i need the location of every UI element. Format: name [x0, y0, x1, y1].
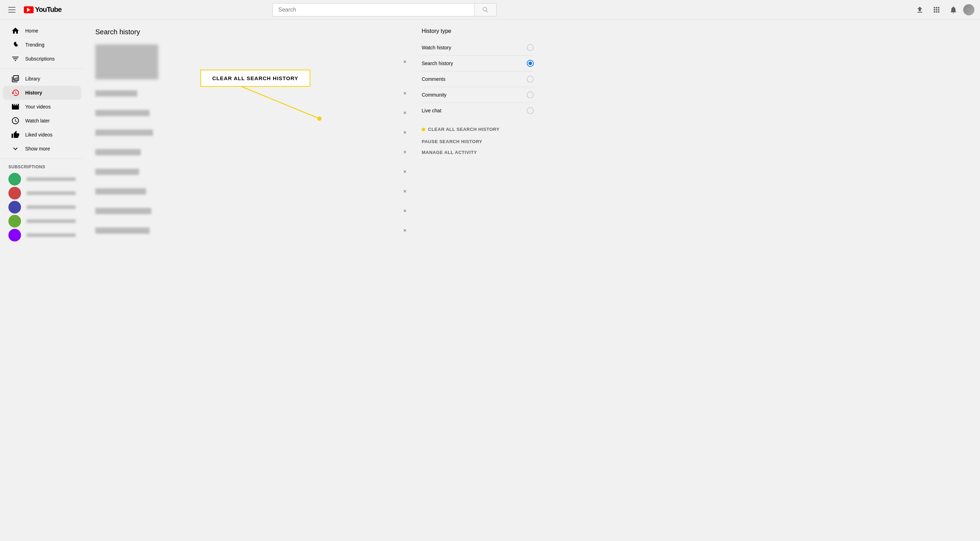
history-type-search-history[interactable]: Search history [422, 56, 534, 71]
history-item-4: × [95, 124, 410, 141]
upload-icon [916, 6, 924, 14]
apps-icon [932, 6, 941, 14]
header-right [913, 3, 974, 17]
radio-search-history[interactable] [527, 60, 534, 67]
sub-avatar-5 [8, 229, 21, 241]
search-input[interactable] [272, 3, 474, 16]
sidebar-item-watch-later[interactable]: Watch later [3, 114, 81, 128]
history-item-close-9[interactable]: × [399, 225, 410, 236]
hamburger-button[interactable] [6, 4, 18, 15]
sidebar: Home Trending Subscriptions Library His [0, 20, 84, 541]
chevron-down-icon [11, 144, 20, 153]
sidebar-label-subscriptions: Subscriptions [25, 56, 55, 62]
pause-search-history-button[interactable]: PAUSE SEARCH HISTORY [422, 136, 534, 147]
header-left: YouTube [6, 4, 62, 15]
history-item-2: × [95, 85, 410, 102]
sidebar-label-library: Library [25, 76, 40, 81]
clear-all-search-history-button[interactable]: CLEAR ALL SEARCH HISTORY [428, 124, 500, 135]
history-title: Search history [95, 28, 410, 36]
history-item-close-2[interactable]: × [399, 88, 410, 99]
apps-button[interactable] [929, 3, 943, 17]
history-container: Search history CLEAR ALL SEARCH HISTORY [95, 28, 969, 242]
sidebar-label-history: History [25, 90, 42, 95]
sub-name-1 [27, 178, 76, 181]
history-type-title: History type [422, 28, 534, 34]
history-actions: CLEAR ALL SEARCH HISTORY PAUSE SEARCH HI… [422, 124, 534, 158]
subscription-item-2[interactable] [0, 186, 84, 200]
radio-comments[interactable] [527, 76, 534, 82]
history-type-label-comments: Comments [422, 76, 445, 82]
sidebar-item-show-more[interactable]: Show more [3, 142, 81, 156]
right-panel: History type Watch history Search histor… [422, 28, 534, 242]
notifications-button[interactable] [947, 3, 960, 17]
history-item-close-6[interactable]: × [399, 166, 410, 178]
main-content: Search history CLEAR ALL SEARCH HISTORY [84, 20, 980, 541]
history-type-comments[interactable]: Comments [422, 71, 534, 87]
sidebar-item-your-videos[interactable]: Your videos [3, 100, 81, 114]
history-item-close-3[interactable]: × [399, 108, 410, 119]
history-item-close-7[interactable]: × [399, 186, 410, 197]
sidebar-label-your-videos: Your videos [25, 104, 51, 109]
history-thumb-2 [95, 90, 137, 97]
radio-community[interactable] [527, 91, 534, 98]
history-list-section: Search history CLEAR ALL SEARCH HISTORY [95, 28, 410, 242]
trending-icon [11, 41, 20, 49]
sidebar-item-library[interactable]: Library [3, 72, 81, 86]
home-icon [11, 27, 20, 35]
sidebar-item-home[interactable]: Home [3, 24, 81, 38]
history-items-wrapper: CLEAR ALL SEARCH HISTORY × [95, 42, 410, 239]
sidebar-item-liked-videos[interactable]: Liked videos [3, 128, 81, 142]
search-button[interactable] [474, 3, 496, 16]
user-avatar[interactable] [963, 4, 974, 15]
sub-name-5 [27, 233, 76, 237]
clear-all-callout-button[interactable]: CLEAR ALL SEARCH HISTORY [200, 70, 310, 87]
subscription-item-3[interactable] [0, 200, 84, 214]
history-icon [11, 89, 20, 97]
history-item-6: × [95, 163, 410, 180]
search-icon [482, 6, 489, 13]
sidebar-label-home: Home [25, 28, 38, 33]
sub-avatar-1 [8, 173, 21, 186]
radio-inner [528, 62, 532, 65]
library-icon [11, 75, 20, 83]
history-thumb-5 [95, 149, 141, 155]
history-type-live-chat[interactable]: Live chat [422, 103, 534, 118]
subscription-item-5[interactable] [0, 228, 84, 242]
sidebar-label-watch-later: Watch later [25, 118, 50, 124]
history-type-label-search: Search history [422, 60, 453, 66]
history-item-8: × [95, 203, 410, 219]
yellow-dot [422, 128, 425, 131]
history-type-community[interactable]: Community [422, 87, 534, 103]
sidebar-item-subscriptions[interactable]: Subscriptions [3, 52, 81, 66]
history-item-7: × [95, 183, 410, 200]
bell-icon [949, 6, 958, 14]
history-item-close-8[interactable]: × [399, 205, 410, 217]
history-item-close-1[interactable]: × [399, 56, 410, 68]
your-videos-icon [11, 103, 20, 111]
page-layout: Home Trending Subscriptions Library His [0, 20, 980, 541]
history-thumb-4 [95, 130, 153, 136]
history-item-close-4[interactable]: × [399, 127, 410, 138]
logo-text: YouTube [35, 6, 62, 14]
history-item-close-5[interactable]: × [399, 147, 410, 158]
radio-watch-history[interactable] [527, 44, 534, 51]
history-type-label-community: Community [422, 92, 447, 98]
sub-name-3 [27, 205, 76, 209]
subscription-item-4[interactable] [0, 214, 84, 228]
history-thumb-9 [95, 227, 150, 234]
subscription-item-1[interactable] [0, 172, 84, 186]
sidebar-item-trending[interactable]: Trending [3, 38, 81, 52]
watch-later-icon [11, 117, 20, 125]
liked-videos-icon [11, 130, 20, 139]
history-thumb-3 [95, 110, 150, 116]
sub-name-4 [27, 219, 76, 223]
history-type-watch-history[interactable]: Watch history [422, 40, 534, 56]
manage-all-activity-button[interactable]: MANAGE ALL ACTIVITY [422, 147, 534, 158]
sidebar-label-trending: Trending [25, 42, 45, 48]
radio-live-chat[interactable] [527, 107, 534, 114]
upload-button[interactable] [913, 3, 927, 17]
sidebar-label-show-more: Show more [25, 146, 50, 152]
history-thumb-6 [95, 169, 139, 175]
sidebar-item-history[interactable]: History [3, 86, 81, 100]
youtube-logo[interactable]: YouTube [24, 6, 62, 14]
